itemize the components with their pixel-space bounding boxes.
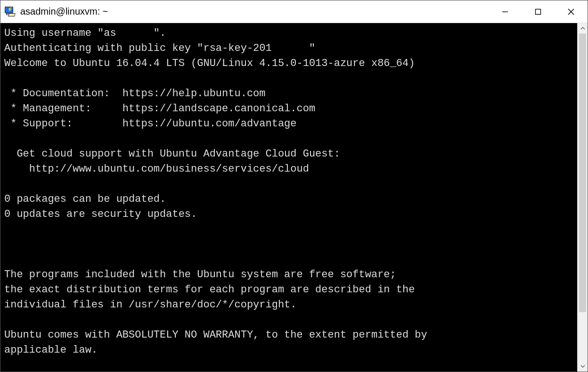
scrollbar-track[interactable] [578, 33, 588, 361]
scroll-up-button[interactable] [578, 23, 588, 33]
chevron-up-icon [580, 26, 585, 31]
vertical-scrollbar[interactable] [577, 23, 588, 372]
svg-rect-1 [536, 9, 541, 14]
close-button[interactable] [555, 0, 588, 23]
window-title: asadmin@linuxvm: ~ [19, 6, 489, 17]
maximize-button[interactable] [522, 0, 555, 23]
minimize-icon [502, 8, 508, 15]
terminal-output[interactable]: Using username "as ". Authenticating wit… [0, 23, 577, 372]
close-icon [568, 8, 574, 15]
scroll-down-button[interactable] [578, 361, 588, 372]
putty-icon: ⚡ [5, 7, 15, 17]
app-window: ⚡ asadmin@linuxvm: ~ Using username "as … [0, 0, 588, 372]
app-icon-slot: ⚡ [0, 0, 19, 23]
window-controls [489, 0, 588, 23]
titlebar[interactable]: ⚡ asadmin@linuxvm: ~ [0, 0, 588, 23]
client-area: Using username "as ". Authenticating wit… [0, 23, 588, 372]
chevron-down-icon [580, 364, 585, 369]
maximize-icon [535, 8, 541, 15]
scrollbar-thumb[interactable] [579, 33, 586, 312]
minimize-button[interactable] [489, 0, 522, 23]
